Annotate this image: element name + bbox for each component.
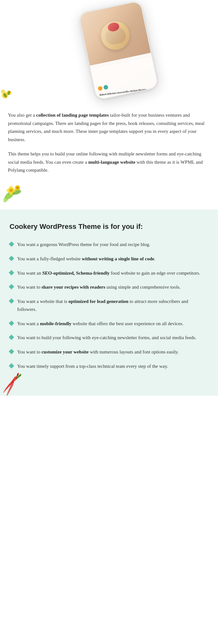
bullet-diamond-icon <box>9 242 14 247</box>
bullet-diamond-icon <box>9 284 14 290</box>
phone-icon-orange <box>97 86 103 91</box>
svg-point-14 <box>6 189 10 192</box>
list-item: You want to build your following with ey… <box>10 334 208 342</box>
list-item-bold: without writing a single line of code <box>82 256 154 261</box>
list-item-bold: share your recipes with readers <box>41 284 105 290</box>
yellow-flowers-decoration <box>0 76 25 102</box>
list-item-bold: SEO-optimized, Schema-friendly <box>42 271 110 276</box>
list-item-text: You want to customize your website with … <box>17 348 179 356</box>
list-item-text: You want a website that is optimized for… <box>17 298 208 313</box>
list-item: You want a gorgeous WordPress theme for … <box>10 241 208 249</box>
svg-point-12 <box>10 186 13 189</box>
svg-point-2 <box>1 90 5 94</box>
p1-text-before: You also get a <box>8 113 36 118</box>
list-item-bold: customize your website <box>41 349 88 354</box>
list-item: You want to customize your website with … <box>10 348 208 356</box>
paragraph-1: You also get a collection of landing pag… <box>8 111 210 144</box>
list-item-text: You want to share your recipes with read… <box>17 283 181 291</box>
phone-food-circle <box>98 18 132 52</box>
svg-point-15 <box>10 192 13 195</box>
list-item-text: You want to build your following with ey… <box>17 334 196 342</box>
list-item-text: You want a gorgeous WordPress theme for … <box>17 241 150 249</box>
list-item-text: You want an SEO-optimized, Schema-friend… <box>17 269 200 277</box>
svg-point-13 <box>13 189 16 192</box>
phone-mockup: Breakfast Lunch Savings Baked delicious … <box>78 0 159 100</box>
list-item-text: You want a fully-fledged website without… <box>17 255 155 263</box>
bullet-diamond-icon <box>9 363 14 368</box>
list-item-bold: optimized for lead generation <box>68 299 128 304</box>
bullet-diamond-icon <box>9 320 14 326</box>
list-item: You want a mobile-friendly website that … <box>10 320 208 328</box>
list-item: You want an SEO-optimized, Schema-friend… <box>10 269 208 277</box>
bullet-diamond-icon <box>9 335 14 340</box>
list-item: You want a fully-fledged website without… <box>10 255 208 263</box>
list-item: You want timely support from a top-class… <box>10 362 208 370</box>
list-item: You want to share your recipes with read… <box>10 283 208 291</box>
flowers-svg <box>0 178 29 203</box>
svg-point-11 <box>16 187 19 189</box>
list-item-text: You want timely support from a top-class… <box>17 362 168 370</box>
bullet-diamond-icon <box>9 349 14 354</box>
bullet-diamond-icon <box>9 256 14 261</box>
list-item: You want a website that is optimized for… <box>10 298 208 313</box>
phone-icon-teal <box>103 85 109 90</box>
phone-section: Breakfast Lunch Savings Baked delicious … <box>0 0 218 102</box>
chili-decoration <box>0 370 38 396</box>
text-section: You also get a collection of landing pag… <box>0 102 218 209</box>
bullet-diamond-icon <box>9 270 14 275</box>
list-item-bold: mobile-friendly <box>40 321 71 326</box>
green-section-heading: Cookery WordPress Theme is for you if: <box>10 222 208 231</box>
green-section: Cookery WordPress Theme is for you if: Y… <box>0 209 218 396</box>
bullet-list: You want a gorgeous WordPress theme for … <box>10 241 208 370</box>
p2-bold: multi-language website <box>88 160 135 165</box>
svg-point-9 <box>10 189 13 192</box>
flower-decoration-left <box>8 181 210 203</box>
p1-bold: collection of landing page templates <box>36 113 109 118</box>
list-item-text: You want a mobile-friendly website that … <box>17 320 183 328</box>
paragraph-2: This theme helps you to build your onlin… <box>8 150 210 175</box>
bullet-diamond-icon <box>9 298 14 304</box>
